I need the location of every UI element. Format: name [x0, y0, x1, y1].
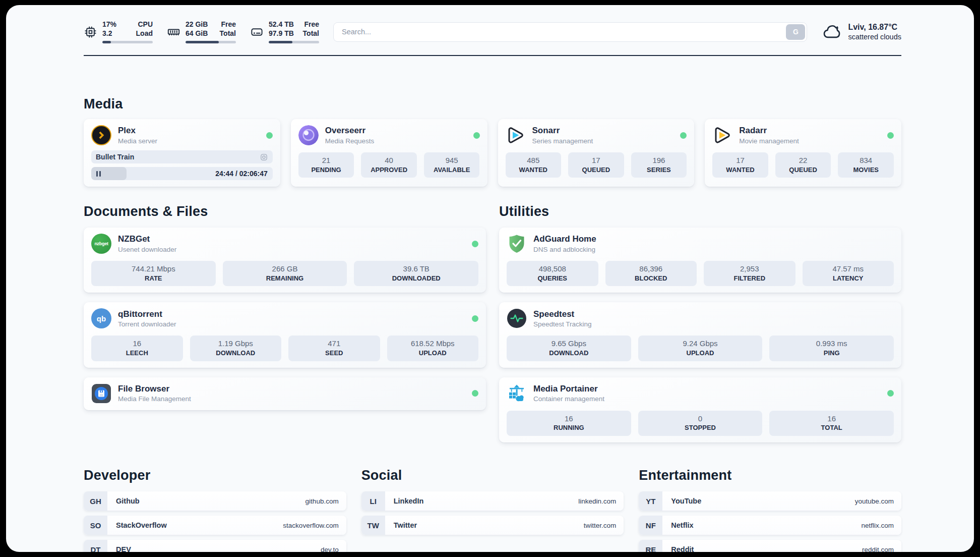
- playback-progress-bar: 24:44 / 02:06:47: [91, 167, 273, 180]
- app-card-qbittorrent[interactable]: qb qBittorrent Torrent downloader 16LEEC…: [84, 302, 486, 367]
- app-card-adguard[interactable]: AdGuard Home DNS and adblocking 498,508Q…: [499, 228, 901, 293]
- cpu-progress-bar: [102, 41, 153, 43]
- memory-labels: FreeTotal: [220, 20, 236, 38]
- app-card-radarr[interactable]: Radarr Movie management 17WANTED 22QUEUE…: [705, 119, 901, 187]
- section-title-developer: Developer: [84, 468, 346, 483]
- stat-box: 16RUNNING: [507, 411, 631, 436]
- stat-box: 22QUEUED: [775, 152, 831, 178]
- link-linkedin[interactable]: LI LinkedIn linkedin.com: [361, 491, 624, 511]
- status-online-dot: [473, 132, 480, 139]
- stat-box: 9.65 GbpsDOWNLOAD: [507, 336, 631, 361]
- stat-label: FILTERED: [706, 274, 793, 283]
- section-title-social: Social: [361, 468, 624, 483]
- app-card-plex[interactable]: Plex Media server Bullet Train 24:44 / 0…: [84, 119, 280, 187]
- status-online-dot: [472, 315, 478, 322]
- link-name: Reddit: [671, 545, 694, 552]
- stat-value: 834: [840, 155, 892, 165]
- search-input[interactable]: [333, 22, 807, 42]
- stat-box: 1.19 GbpsDOWNLOAD: [190, 336, 282, 361]
- stat-label: QUEUED: [777, 166, 829, 175]
- app-name: Speedtest: [533, 309, 592, 319]
- stat-value: 16: [771, 414, 892, 424]
- stat-label: MOVIES: [840, 166, 892, 175]
- app-name: Media Portainer: [533, 384, 604, 394]
- cpu-icon: [84, 25, 97, 39]
- app-card-portainer[interactable]: Media Portainer Container management 16R…: [499, 377, 901, 442]
- stat-value: 618.52 Mbps: [389, 339, 477, 349]
- link-abbr: LI: [361, 491, 385, 511]
- stat-value: 2,953: [706, 264, 793, 274]
- weather-widget: Lviv, 16.87°C scattered clouds: [822, 22, 901, 42]
- stat-box: 744.21 MbpsRATE: [91, 261, 216, 286]
- stat-label: LATENCY: [805, 274, 892, 283]
- cloud-icon: [822, 22, 842, 42]
- link-twitter[interactable]: TW Twitter twitter.com: [361, 516, 624, 535]
- stat-label: UPLOAD: [640, 349, 761, 358]
- storage-progress-fill: [269, 41, 292, 43]
- cpu-labels: CPULoad: [136, 20, 153, 38]
- search-bar: G: [333, 22, 807, 42]
- stat-value: 21: [300, 155, 352, 165]
- stat-value: 39.6 TB: [356, 264, 476, 274]
- memory-values: 22 GiB64 GiB: [186, 20, 208, 38]
- dashboard-panel: 17%3.2 CPULoad 22 GiB64 GiB FreeTotal: [6, 5, 974, 552]
- link-netflix[interactable]: NF Netflix netflix.com: [639, 516, 901, 535]
- link-name: LinkedIn: [394, 497, 424, 505]
- stat-box: 485WANTED: [506, 152, 562, 178]
- stat-value: 471: [290, 339, 378, 349]
- stat-value: 40: [363, 155, 415, 165]
- app-name: Radarr: [739, 126, 799, 136]
- app-name: NZBGet: [118, 234, 176, 244]
- link-url: youtube.com: [855, 497, 894, 505]
- app-card-filebrowser[interactable]: File Browser Media File Management: [84, 377, 486, 410]
- app-subtitle: DNS and adblocking: [533, 246, 596, 253]
- stat-label: PING: [771, 349, 892, 358]
- stat-box: 16TOTAL: [769, 411, 894, 436]
- radarr-icon: [712, 125, 732, 145]
- stat-label: WANTED: [714, 166, 766, 175]
- now-playing-title: Bullet Train: [96, 153, 134, 161]
- link-dev[interactable]: DT DEV dev.to: [84, 540, 346, 552]
- link-stackoverflow[interactable]: SO StackOverflow stackoverflow.com: [84, 516, 346, 535]
- link-url: linkedin.com: [578, 497, 616, 505]
- stat-value: 945: [426, 155, 478, 165]
- app-subtitle: Usenet downloader: [118, 246, 176, 253]
- stat-value: 0: [640, 414, 761, 424]
- status-online-dot: [266, 132, 273, 139]
- storage-metric: 52.4 TB97.9 TB FreeTotal: [250, 20, 319, 43]
- link-abbr: SO: [84, 516, 107, 535]
- status-online-dot: [887, 390, 894, 397]
- status-online-dot: [472, 390, 478, 397]
- stat-label: DOWNLOAD: [509, 349, 629, 358]
- stat-box: 0STOPPED: [638, 411, 763, 436]
- pause-icon[interactable]: [96, 171, 101, 177]
- stat-box: 39.6 TBDOWNLOADED: [354, 261, 478, 286]
- stat-label: QUEUED: [570, 166, 622, 175]
- stat-box: 21PENDING: [298, 152, 354, 178]
- app-name: AdGuard Home: [533, 234, 596, 244]
- link-abbr: DT: [84, 540, 107, 552]
- stat-box: 945AVAILABLE: [424, 152, 480, 178]
- link-abbr: YT: [639, 491, 662, 511]
- app-card-overseerr[interactable]: Overseerr Media Requests 21PENDING 40APP…: [291, 119, 487, 187]
- app-subtitle: Media Requests: [325, 137, 375, 145]
- link-url: github.com: [305, 497, 339, 505]
- app-card-speedtest[interactable]: Speedtest Speedtest Tracking 9.65 GbpsDO…: [499, 302, 901, 367]
- link-github[interactable]: GH Github github.com: [84, 491, 346, 511]
- link-reddit[interactable]: RE Reddit reddit.com: [639, 540, 901, 552]
- app-card-sonarr[interactable]: Sonarr Series management 485WANTED 17QUE…: [498, 119, 695, 187]
- stat-value: 17: [570, 155, 622, 165]
- link-youtube[interactable]: YT YouTube youtube.com: [639, 491, 901, 511]
- search-engine-button[interactable]: G: [786, 24, 805, 40]
- app-subtitle: Series management: [532, 137, 593, 145]
- link-name: Netflix: [671, 521, 693, 529]
- stat-label: TOTAL: [771, 424, 892, 432]
- storage-labels: FreeTotal: [303, 20, 319, 38]
- app-card-nzbget[interactable]: nzbget NZBGet Usenet downloader 744.21 M…: [84, 228, 486, 293]
- memory-progress-bar: [186, 41, 236, 43]
- portainer-icon: [507, 383, 527, 404]
- link-name: Twitter: [394, 521, 417, 529]
- stat-value: 9.65 Gbps: [509, 339, 629, 349]
- stat-value: 86,396: [607, 264, 695, 274]
- stat-box: 834MOVIES: [838, 152, 894, 178]
